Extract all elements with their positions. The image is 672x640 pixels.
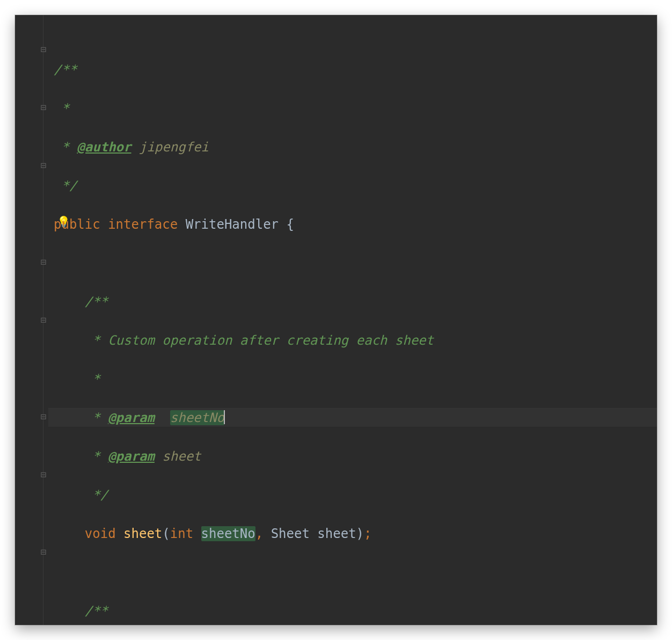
kw-int: int xyxy=(170,526,193,541)
fold-handle[interactable]: ⊟ xyxy=(40,471,47,478)
code-line[interactable]: * xyxy=(48,99,657,118)
code-line[interactable]: /** xyxy=(48,60,657,79)
kw-interface: interface xyxy=(108,217,178,232)
javadoc-star: * xyxy=(54,372,100,387)
param-name: sheetNo xyxy=(170,410,224,425)
javadoc-close: */ xyxy=(54,178,77,193)
code-line[interactable]: */ xyxy=(48,485,657,505)
kw-public: public xyxy=(54,217,100,232)
code-line[interactable]: */ xyxy=(48,176,657,195)
text-caret xyxy=(224,410,225,424)
code-line[interactable]: void sheet(int sheetNo, Sheet sheet); xyxy=(48,524,657,543)
gutter: ⊟ ⊟ ⊟ ⊟ ⊟ ⊟ ⊟ ⊟ 💡 xyxy=(15,15,48,625)
javadoc-close: */ xyxy=(54,488,108,503)
author-tag: @author xyxy=(77,140,131,155)
javadoc-author: * @author jipengfei xyxy=(54,140,209,155)
param-name: sheet xyxy=(162,449,201,464)
method-name: sheet xyxy=(123,526,162,541)
param-tag: @param xyxy=(108,410,155,425)
param-tag: @param xyxy=(108,449,155,464)
param-ident: sheetNo xyxy=(201,526,255,541)
fold-handle[interactable]: ⊟ xyxy=(40,258,47,266)
class-name: WriteHandler xyxy=(186,217,279,232)
param-ident: sheet xyxy=(317,526,356,541)
javadoc-desc: * Custom operation after creating each s… xyxy=(54,333,434,348)
code-line[interactable]: * @author jipengfei xyxy=(48,137,657,157)
code-line[interactable]: * @param sheet xyxy=(48,447,657,466)
code-line[interactable]: * xyxy=(48,369,657,389)
fold-handle[interactable]: ⊟ xyxy=(40,104,47,111)
code-line[interactable] xyxy=(48,563,657,582)
code-line[interactable]: /** xyxy=(48,292,657,311)
code-line[interactable]: public interface WriteHandler { xyxy=(48,215,657,234)
code-line[interactable]: * Custom operation after creating each s… xyxy=(48,331,657,350)
kw-void: void xyxy=(85,526,116,541)
brace-open: { xyxy=(287,217,294,232)
type-name: Sheet xyxy=(271,526,310,541)
javadoc-open: /** xyxy=(54,603,108,619)
code-area[interactable]: /** * * @author jipengfei */ public inte… xyxy=(48,15,657,625)
code-line[interactable] xyxy=(48,253,657,273)
code-line-active[interactable]: * @param sheetNo xyxy=(48,408,657,427)
fold-handle[interactable]: ⊟ xyxy=(40,548,47,556)
fold-handle[interactable]: ⊟ xyxy=(40,162,47,169)
javadoc-open: /** xyxy=(54,62,77,77)
fold-handle[interactable]: ⊟ xyxy=(40,413,47,420)
fold-handle[interactable]: ⊟ xyxy=(40,46,47,53)
editor-window: ⊟ ⊟ ⊟ ⊟ ⊟ ⊟ ⊟ ⊟ 💡 /** * * @author jipeng… xyxy=(15,15,657,625)
author-name: jipengfei xyxy=(139,140,209,155)
javadoc-star: * xyxy=(54,101,69,116)
code-line[interactable]: /** xyxy=(48,601,657,621)
javadoc-open: /** xyxy=(54,294,108,309)
fold-handle[interactable]: ⊟ xyxy=(40,316,47,324)
